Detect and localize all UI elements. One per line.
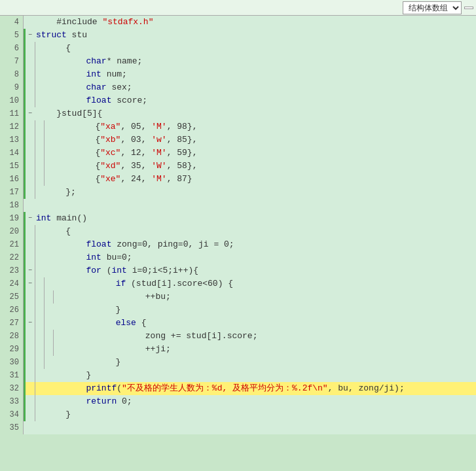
line-number: 21 bbox=[0, 238, 24, 251]
green-bar bbox=[24, 304, 26, 317]
line-number: 10 bbox=[0, 94, 24, 107]
indent-guide bbox=[35, 343, 44, 356]
code-token: struct bbox=[36, 29, 67, 42]
fold-gutter[interactable]: − bbox=[26, 212, 35, 225]
green-bar bbox=[24, 382, 26, 395]
green-bar bbox=[24, 356, 26, 369]
code-content: }; bbox=[44, 186, 76, 199]
table-row: 8 int num; bbox=[0, 68, 476, 81]
code-token: char bbox=[86, 55, 106, 68]
code-token: , 87} bbox=[167, 173, 192, 186]
table-row: 9 char sex; bbox=[0, 81, 476, 94]
code-content: {"xd", 35, 'W', 58}, bbox=[53, 160, 197, 173]
code-content: for (int i=0;i<5;i++){ bbox=[44, 264, 198, 277]
scope-select[interactable]: 结构体数组 bbox=[403, 1, 462, 14]
code-token: ( bbox=[101, 264, 112, 277]
table-row: 13 {"xb", 03, 'w', 85}, bbox=[0, 133, 476, 147]
code-token bbox=[45, 68, 86, 81]
table-row: 12 {"xa", 05, 'M', 98}, bbox=[0, 120, 476, 133]
indent-guide bbox=[44, 160, 53, 173]
line-number: 29 bbox=[0, 343, 24, 356]
table-row: 25 ++bu; bbox=[0, 290, 476, 304]
line-number: 9 bbox=[0, 81, 24, 94]
code-token: , 03, bbox=[120, 133, 151, 147]
green-bar bbox=[24, 369, 26, 382]
code-content: {"xc", 12, 'M', 59}, bbox=[53, 147, 197, 160]
code-token: { bbox=[54, 147, 100, 160]
table-row: 32 printf("不及格的学生人数为：%d, 及格平均分为：%.2f\n",… bbox=[0, 382, 476, 395]
code-content: float score; bbox=[44, 94, 147, 107]
code-token: } bbox=[54, 304, 120, 317]
code-token: 'M' bbox=[151, 120, 166, 133]
indent-guide bbox=[44, 304, 53, 317]
indent-guide bbox=[44, 290, 53, 304]
indent-guide bbox=[44, 120, 53, 133]
table-row: 6 { bbox=[0, 42, 476, 55]
code-token: 'M' bbox=[151, 173, 166, 186]
code-token: if bbox=[116, 277, 126, 290]
code-token: , 24, bbox=[120, 173, 151, 186]
code-token: for bbox=[86, 264, 101, 277]
fold-gutter[interactable]: − bbox=[26, 317, 35, 330]
indent-guide bbox=[44, 356, 53, 369]
code-token: { bbox=[54, 120, 100, 133]
line-number: 15 bbox=[0, 160, 24, 173]
indent-guide bbox=[53, 343, 62, 356]
code-token: "xa" bbox=[100, 120, 120, 133]
code-token: , 59}, bbox=[167, 147, 198, 160]
line-number: 26 bbox=[0, 304, 24, 317]
green-bar bbox=[24, 173, 26, 186]
indent-guide bbox=[53, 330, 62, 343]
code-token: , 85}, bbox=[167, 133, 198, 147]
code-content: #include "stdafx.h" bbox=[35, 16, 153, 29]
code-content: int bu=0; bbox=[44, 251, 132, 264]
code-content: struct stu bbox=[35, 29, 87, 42]
code-token: sex; bbox=[107, 81, 132, 94]
indent-guide bbox=[35, 317, 44, 330]
fold-gutter[interactable]: − bbox=[26, 107, 35, 120]
fold-gutter[interactable]: − bbox=[26, 277, 35, 290]
line-number: 25 bbox=[0, 290, 24, 304]
line-number: 28 bbox=[0, 330, 24, 343]
fold-gutter[interactable]: − bbox=[26, 264, 35, 277]
green-bar bbox=[24, 408, 26, 421]
top-bar: 结构体数组 bbox=[0, 0, 476, 16]
code-token bbox=[45, 264, 86, 277]
line-number: 4 bbox=[0, 16, 24, 29]
indent-guide bbox=[44, 133, 53, 147]
indent-guide bbox=[35, 55, 44, 68]
code-token: int bbox=[36, 212, 51, 225]
code-token: , 58}, bbox=[167, 160, 198, 173]
indent-guide bbox=[35, 290, 44, 304]
table-row: 7 char* name; bbox=[0, 55, 476, 68]
code-token: ++bu; bbox=[64, 290, 171, 304]
indent-guide bbox=[35, 382, 44, 395]
code-token: return bbox=[86, 395, 117, 408]
code-token: num; bbox=[101, 68, 127, 81]
code-token: , bu, zong/ji); bbox=[328, 382, 405, 395]
table-row: 16 {"xe", 24, 'M', 87} bbox=[0, 173, 476, 186]
indent-guide bbox=[35, 330, 44, 343]
line-number: 20 bbox=[0, 225, 24, 238]
code-token: score; bbox=[111, 94, 147, 107]
indent-guide bbox=[35, 68, 44, 81]
green-bar bbox=[24, 395, 26, 408]
code-token: (stud[i].score<60) { bbox=[126, 277, 233, 290]
indent-guide bbox=[53, 290, 62, 304]
code-token: } bbox=[54, 356, 120, 369]
fold-gutter[interactable]: − bbox=[26, 29, 35, 42]
indent-guide bbox=[35, 133, 44, 147]
code-content: int num; bbox=[44, 68, 127, 81]
code-token: float bbox=[86, 238, 111, 251]
code-content: if (stud[i].score<60) { bbox=[53, 277, 233, 290]
code-token: int bbox=[86, 251, 101, 264]
green-bar bbox=[24, 290, 26, 304]
code-token: char bbox=[86, 81, 106, 94]
code-token: "xc" bbox=[100, 147, 120, 160]
green-bar bbox=[24, 68, 26, 81]
table-row: 22 int bu=0; bbox=[0, 251, 476, 264]
line-number: 6 bbox=[0, 42, 24, 55]
code-token: zong += stud[i].score; bbox=[64, 330, 257, 343]
code-token: , 05, bbox=[120, 120, 151, 133]
table-row: 24− if (stud[i].score<60) { bbox=[0, 277, 476, 290]
